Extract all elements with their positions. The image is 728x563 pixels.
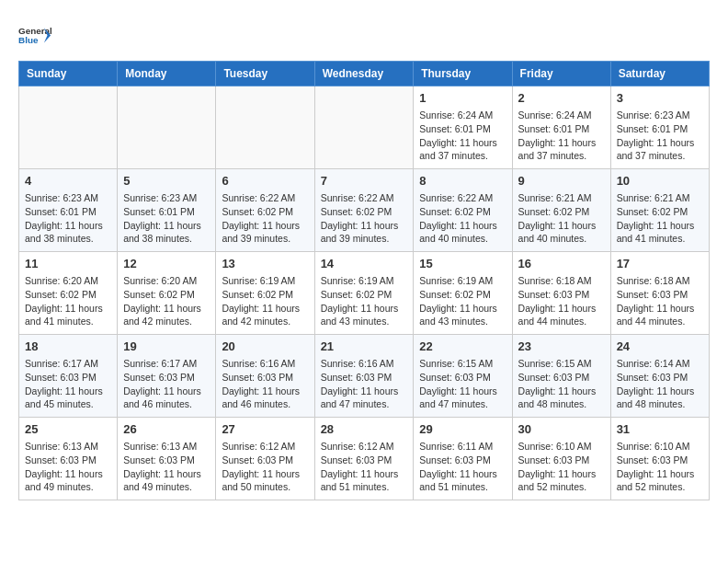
day-info-line: Daylight: 11 hours and 39 minutes. [321, 219, 408, 246]
day-info-line: Sunset: 6:03 PM [617, 454, 703, 467]
day-info-line: Sunrise: 6:24 AM [419, 109, 506, 122]
day-info-line: Sunset: 6:03 PM [617, 371, 703, 385]
day-info-line: Daylight: 11 hours and 40 minutes. [518, 219, 605, 246]
day-info-line: Sunset: 6:02 PM [25, 288, 111, 302]
day-info-line: Daylight: 11 hours and 50 minutes. [222, 467, 308, 494]
day-info-line: Daylight: 11 hours and 41 minutes. [617, 219, 703, 246]
day-info-line: Daylight: 11 hours and 39 minutes. [222, 219, 308, 246]
day-info-line: Sunrise: 6:23 AM [25, 191, 111, 205]
weekday-header-thursday: Thursday [414, 62, 512, 86]
calendar-cell: 11Sunrise: 6:20 AMSunset: 6:02 PMDayligh… [19, 252, 118, 335]
day-number: 10 [617, 173, 703, 190]
day-info-line: Sunrise: 6:24 AM [518, 109, 605, 122]
day-number: 2 [518, 90, 605, 107]
day-number: 30 [518, 421, 605, 438]
day-info-line: Daylight: 11 hours and 43 minutes. [321, 302, 408, 328]
day-info-line: Daylight: 11 hours and 37 minutes. [518, 136, 605, 163]
day-info-line: Daylight: 11 hours and 47 minutes. [419, 385, 506, 411]
day-info-line: Daylight: 11 hours and 48 minutes. [617, 385, 703, 411]
day-number: 26 [123, 421, 210, 438]
day-info-line: Sunset: 6:03 PM [419, 371, 506, 385]
day-info-line: Sunset: 6:01 PM [25, 205, 111, 219]
day-number: 27 [222, 421, 308, 438]
day-info-line: Sunrise: 6:23 AM [123, 191, 210, 205]
day-info-line: Sunset: 6:03 PM [222, 454, 308, 467]
day-number: 15 [419, 256, 506, 272]
day-info-line: Sunset: 6:02 PM [222, 288, 308, 302]
calendar-cell: 15Sunrise: 6:19 AMSunset: 6:02 PMDayligh… [414, 252, 512, 335]
calendar-cell [216, 86, 314, 169]
day-number: 21 [321, 339, 408, 355]
day-number: 17 [617, 256, 703, 272]
day-number: 12 [123, 256, 210, 272]
svg-text:Blue: Blue [18, 35, 39, 45]
day-info-line: Daylight: 11 hours and 37 minutes. [419, 136, 506, 163]
weekday-header-saturday: Saturday [610, 62, 709, 86]
day-info-line: Daylight: 11 hours and 45 minutes. [25, 385, 111, 411]
day-info-line: Sunrise: 6:16 AM [222, 357, 308, 371]
weekday-header-friday: Friday [512, 62, 610, 86]
weekday-header-wednesday: Wednesday [314, 62, 414, 86]
day-info-line: Sunrise: 6:20 AM [123, 274, 210, 288]
day-info-line: Sunrise: 6:18 AM [518, 274, 605, 288]
calendar-cell: 19Sunrise: 6:17 AMSunset: 6:03 PMDayligh… [118, 335, 216, 418]
day-number: 14 [321, 256, 408, 272]
calendar-cell: 17Sunrise: 6:18 AMSunset: 6:03 PMDayligh… [610, 252, 709, 335]
calendar-cell [118, 86, 216, 169]
calendar-cell: 2Sunrise: 6:24 AMSunset: 6:01 PMDaylight… [512, 86, 610, 169]
day-info-line: Daylight: 11 hours and 42 minutes. [222, 302, 308, 328]
calendar-cell: 14Sunrise: 6:19 AMSunset: 6:02 PMDayligh… [314, 252, 414, 335]
calendar-cell: 12Sunrise: 6:20 AMSunset: 6:02 PMDayligh… [118, 252, 216, 335]
day-info-line: Sunrise: 6:19 AM [222, 274, 308, 288]
week-row-5: 25Sunrise: 6:13 AMSunset: 6:03 PMDayligh… [19, 418, 710, 500]
weekday-header-row: SundayMondayTuesdayWednesdayThursdayFrid… [19, 62, 710, 86]
day-info-line: Daylight: 11 hours and 49 minutes. [25, 467, 111, 494]
day-info-line: Daylight: 11 hours and 40 minutes. [419, 219, 506, 246]
day-number: 20 [222, 339, 308, 355]
weekday-header-tuesday: Tuesday [216, 62, 314, 86]
weekday-header-sunday: Sunday [19, 62, 118, 86]
week-row-2: 4Sunrise: 6:23 AMSunset: 6:01 PMDaylight… [19, 169, 710, 252]
calendar-cell [19, 86, 118, 169]
calendar-cell: 25Sunrise: 6:13 AMSunset: 6:03 PMDayligh… [19, 418, 118, 500]
day-info-line: Sunrise: 6:22 AM [222, 191, 308, 205]
day-info-line: Sunrise: 6:11 AM [419, 440, 506, 454]
day-info-line: Sunset: 6:01 PM [123, 205, 210, 219]
calendar-cell: 16Sunrise: 6:18 AMSunset: 6:03 PMDayligh… [512, 252, 610, 335]
week-row-1: 1Sunrise: 6:24 AMSunset: 6:01 PMDaylight… [19, 86, 710, 169]
weekday-header-monday: Monday [118, 62, 216, 86]
day-info-line: Sunset: 6:03 PM [321, 371, 408, 385]
day-number: 3 [617, 90, 703, 107]
day-info-line: Sunset: 6:03 PM [222, 371, 308, 385]
day-info-line: Sunrise: 6:13 AM [123, 440, 210, 454]
day-info-line: Sunset: 6:03 PM [419, 454, 506, 467]
calendar-cell: 10Sunrise: 6:21 AMSunset: 6:02 PMDayligh… [610, 169, 709, 252]
calendar-cell: 22Sunrise: 6:15 AMSunset: 6:03 PMDayligh… [414, 335, 512, 418]
day-info-line: Daylight: 11 hours and 46 minutes. [123, 385, 210, 411]
week-row-3: 11Sunrise: 6:20 AMSunset: 6:02 PMDayligh… [19, 252, 710, 335]
day-info-line: Sunset: 6:03 PM [123, 454, 210, 467]
day-info-line: Sunrise: 6:22 AM [321, 191, 408, 205]
day-info-line: Sunset: 6:02 PM [321, 288, 408, 302]
day-info-line: Sunrise: 6:10 AM [617, 440, 703, 454]
day-info-line: Sunset: 6:03 PM [25, 371, 111, 385]
day-info-line: Daylight: 11 hours and 43 minutes. [419, 302, 506, 328]
calendar-cell: 28Sunrise: 6:12 AMSunset: 6:03 PMDayligh… [314, 418, 414, 500]
day-info-line: Sunset: 6:03 PM [518, 371, 605, 385]
calendar-cell: 29Sunrise: 6:11 AMSunset: 6:03 PMDayligh… [414, 418, 512, 500]
day-info-line: Sunset: 6:02 PM [222, 205, 308, 219]
day-info-line: Daylight: 11 hours and 37 minutes. [617, 136, 703, 163]
day-info-line: Sunrise: 6:21 AM [518, 191, 605, 205]
day-number: 23 [518, 339, 605, 355]
day-info-line: Sunset: 6:02 PM [321, 205, 408, 219]
calendar-cell: 9Sunrise: 6:21 AMSunset: 6:02 PMDaylight… [512, 169, 610, 252]
calendar-cell [314, 86, 414, 169]
day-number: 13 [222, 256, 308, 272]
day-info-line: Sunrise: 6:23 AM [617, 109, 703, 122]
day-info-line: Sunrise: 6:12 AM [321, 440, 408, 454]
logo-icon: GeneralBlue [18, 18, 51, 52]
day-info-line: Daylight: 11 hours and 52 minutes. [617, 467, 703, 494]
day-info-line: Sunrise: 6:19 AM [321, 274, 408, 288]
day-info-line: Daylight: 11 hours and 44 minutes. [518, 302, 605, 328]
day-info-line: Sunset: 6:02 PM [123, 288, 210, 302]
